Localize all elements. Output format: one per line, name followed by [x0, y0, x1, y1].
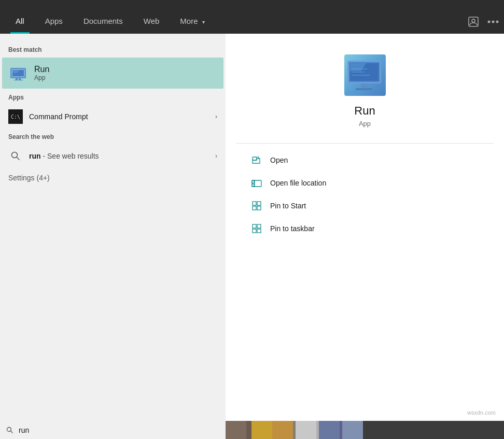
color-block-11 [363, 421, 504, 439]
search-web-suffix: - See web results [41, 152, 99, 160]
svg-rect-34 [257, 206, 261, 210]
search-input[interactable]: run [19, 426, 29, 434]
action-list: Open Open file location [236, 149, 494, 240]
settings-label: Settings (4+) [0, 168, 226, 187]
svg-rect-28 [252, 180, 261, 187]
open-icon [250, 154, 263, 166]
command-prompt-icon: C:\> [8, 109, 23, 124]
best-match-title: Run [34, 65, 49, 74]
search-web-icon [8, 149, 23, 163]
svg-rect-20 [356, 88, 372, 90]
pin-to-taskbar-label: Pin to taskbar [270, 224, 315, 233]
tab-documents-label: Documents [83, 17, 123, 25]
search-web-chevron-icon: › [215, 152, 217, 160]
tab-apps[interactable]: Apps [35, 17, 73, 34]
svg-point-1 [472, 19, 475, 22]
svg-rect-36 [257, 224, 261, 228]
color-block-8 [319, 421, 340, 439]
search-web-item[interactable]: run - See web results › [0, 144, 226, 168]
open-action[interactable]: Open [246, 149, 483, 172]
svg-rect-10 [19, 78, 21, 80]
pin-to-taskbar-action[interactable]: Pin to taskbar [246, 217, 483, 240]
svg-rect-33 [253, 206, 256, 210]
more-options-button[interactable] [487, 20, 499, 23]
left-panel: Best match Run App [0, 34, 226, 421]
color-block-3 [251, 421, 272, 439]
open-label: Open [270, 156, 288, 164]
run-app-icon [10, 65, 27, 81]
svg-line-40 [11, 431, 13, 433]
pin-to-start-action[interactable]: Pin to Start [246, 194, 483, 217]
chevron-down-icon: ▾ [202, 19, 205, 25]
svg-rect-19 [361, 83, 367, 88]
color-block-10 [342, 421, 363, 439]
tab-all[interactable]: All [5, 17, 35, 34]
right-panel: Run App Open [226, 34, 504, 421]
apps-section-label: Apps [0, 90, 226, 104]
app-preview-icon [344, 54, 386, 96]
main-area: Best match Run App [0, 34, 504, 421]
top-nav: All Apps Documents Web More ▾ [0, 0, 504, 34]
svg-rect-38 [257, 229, 261, 233]
command-prompt-label: Command Prompt [29, 112, 209, 121]
app-preview-name: Run [354, 104, 375, 118]
command-prompt-item[interactable]: C:\> Command Prompt › [0, 104, 226, 129]
svg-line-14 [17, 158, 20, 160]
app-preview-type: App [359, 120, 371, 128]
svg-rect-24 [253, 157, 257, 160]
svg-rect-37 [253, 229, 256, 233]
pin-to-start-label: Pin to Start [270, 202, 306, 210]
tab-more-label: More [180, 17, 198, 25]
svg-point-4 [496, 21, 499, 23]
color-block-4 [272, 421, 293, 439]
nav-right-controls [468, 16, 499, 27]
command-prompt-chevron-icon: › [215, 113, 217, 120]
best-match-item[interactable]: Run App [2, 58, 223, 89]
open-file-location-action[interactable]: Open file location [246, 172, 483, 194]
search-bar[interactable]: run [0, 421, 226, 439]
search-web-text: run - See web results [29, 152, 209, 160]
open-file-location-label: Open file location [270, 179, 326, 187]
svg-rect-11 [14, 80, 23, 80]
pin-to-start-icon [250, 200, 263, 212]
search-web-label: Search the web [0, 129, 226, 144]
svg-rect-31 [253, 202, 256, 205]
open-file-location-icon [250, 177, 263, 189]
svg-text:C:\>: C:\> [11, 114, 20, 120]
color-block-1 [226, 421, 246, 439]
bottom-bar: run [0, 421, 504, 439]
svg-point-3 [492, 21, 495, 23]
color-block-2 [246, 421, 251, 439]
user-icon-button[interactable] [468, 16, 479, 27]
best-match-label: Best match [0, 42, 226, 56]
tab-documents[interactable]: Documents [73, 17, 133, 34]
tab-apps-label: Apps [45, 17, 63, 25]
tab-more[interactable]: More ▾ [170, 17, 215, 34]
taskbar-colors [226, 421, 504, 439]
svg-point-13 [12, 152, 18, 158]
search-web-query: run [29, 152, 41, 160]
svg-point-2 [488, 21, 491, 23]
best-match-text: Run App [34, 65, 49, 81]
best-match-subtitle: App [34, 74, 49, 81]
divider [236, 143, 494, 144]
svg-rect-32 [257, 202, 261, 205]
search-bar-icon [6, 427, 13, 434]
watermark: wsxdn.com [467, 409, 496, 416]
tab-web-label: Web [144, 17, 160, 25]
svg-rect-35 [253, 224, 256, 228]
svg-rect-9 [16, 78, 18, 80]
color-block-6 [296, 421, 316, 439]
tab-web[interactable]: Web [133, 17, 170, 34]
pin-to-taskbar-icon [250, 222, 263, 235]
tab-all-label: All [16, 17, 24, 25]
